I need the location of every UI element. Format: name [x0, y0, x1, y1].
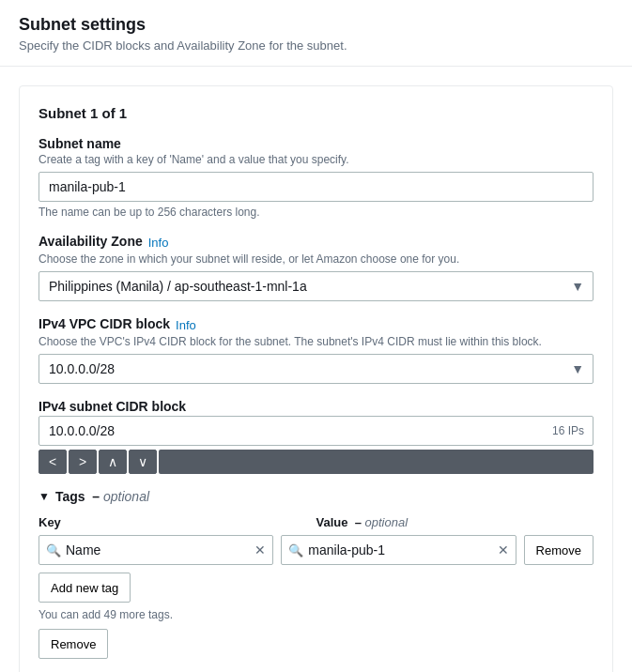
section-title: Subnet 1 of 1 — [39, 105, 593, 121]
cidr-ip-count: 16 IPs — [552, 424, 584, 437]
subnet-name-group: Subnet name Create a tag with a key of '… — [39, 136, 593, 219]
main-content: Subnet 1 of 1 Subnet name Create a tag w… — [0, 67, 632, 672]
remove-subnet-button[interactable]: Remove — [39, 629, 108, 659]
availability-zone-select-wrapper: Philippines (Manila) / ap-southeast-1-mn… — [39, 271, 593, 301]
ipv4-vpc-cidr-select-wrapper: 10.0.0.0/28 ▼ — [39, 354, 593, 384]
ipv4-subnet-cidr-input[interactable] — [39, 416, 593, 446]
ipv4-subnet-cidr-label: IPv4 subnet CIDR block — [39, 399, 593, 414]
tags-value-column-label: Value – optional — [316, 515, 587, 529]
availability-zone-info-link[interactable]: Info — [148, 236, 169, 250]
subnet-name-hint: Create a tag with a key of 'Name' and a … — [39, 153, 593, 166]
subnet-name-hint-below: The name can be up to 256 characters lon… — [39, 206, 593, 219]
add-new-tag-button[interactable]: Add new tag — [39, 573, 131, 603]
tags-key-column-label: Key — [39, 515, 309, 529]
cidr-up-button[interactable]: ∧ — [99, 450, 127, 474]
tags-count-hint: You can add 49 more tags. — [39, 608, 593, 621]
ipv4-subnet-cidr-input-row: 16 IPs — [39, 416, 593, 446]
ipv4-vpc-cidr-info-link[interactable]: Info — [176, 318, 196, 332]
subnet-name-input[interactable] — [39, 172, 593, 202]
cidr-controls: < > ∧ ∨ — [39, 450, 593, 474]
cidr-track — [159, 450, 593, 474]
tag-key-search-icon: 🔍 — [46, 543, 61, 557]
tag-key-input-wrapper: 🔍 ✕ — [39, 535, 273, 565]
subnet-name-label: Subnet name — [39, 136, 593, 151]
availability-zone-group: Availability Zone Info Choose the zone i… — [39, 234, 593, 301]
tags-optional-text: optional — [103, 489, 149, 504]
availability-zone-select[interactable]: Philippines (Manila) / ap-southeast-1-mn… — [39, 271, 593, 301]
page-description: Specify the CIDR blocks and Availability… — [19, 38, 613, 53]
tag-value-clear-icon[interactable]: ✕ — [498, 542, 509, 557]
cidr-down-button[interactable]: ∨ — [129, 450, 157, 474]
tags-header-text: Tags – optional — [55, 489, 149, 504]
subnet-section: Subnet 1 of 1 Subnet name Create a tag w… — [19, 85, 613, 672]
tag-key-input[interactable] — [39, 535, 273, 565]
ipv4-vpc-cidr-select[interactable]: 10.0.0.0/28 — [39, 354, 593, 384]
tag-row: 🔍 ✕ 🔍 ✕ Remove — [39, 535, 593, 565]
ipv4-vpc-cidr-group: IPv4 VPC CIDR block Info Choose the VPC'… — [39, 316, 593, 384]
tag-value-input[interactable] — [281, 535, 516, 565]
cidr-prev-button[interactable]: < — [39, 450, 67, 474]
tags-section: ▼ Tags – optional Key Value – optional 🔍 — [39, 489, 593, 659]
ipv4-subnet-cidr-group: IPv4 subnet CIDR block 16 IPs < > ∧ ∨ — [39, 399, 593, 474]
ipv4-vpc-cidr-label: IPv4 VPC CIDR block — [39, 316, 170, 331]
tags-columns-header: Key Value – optional — [39, 515, 593, 529]
ipv4-vpc-cidr-hint: Choose the VPC's IPv4 CIDR block for the… — [39, 335, 593, 348]
page-title: Subnet settings — [19, 15, 613, 35]
cidr-next-button[interactable]: > — [69, 450, 97, 474]
tag-key-clear-icon[interactable]: ✕ — [254, 542, 266, 557]
availability-zone-label: Availability Zone — [39, 234, 143, 249]
tags-header[interactable]: ▼ Tags – optional — [39, 489, 593, 504]
tags-collapse-icon: ▼ — [39, 490, 50, 503]
tag-value-input-wrapper: 🔍 ✕ — [281, 535, 516, 565]
tag-remove-button[interactable]: Remove — [524, 535, 593, 565]
tag-value-search-icon: 🔍 — [288, 543, 303, 557]
page-header: Subnet settings Specify the CIDR blocks … — [0, 0, 632, 67]
availability-zone-hint: Choose the zone in which your subnet wil… — [39, 252, 593, 266]
